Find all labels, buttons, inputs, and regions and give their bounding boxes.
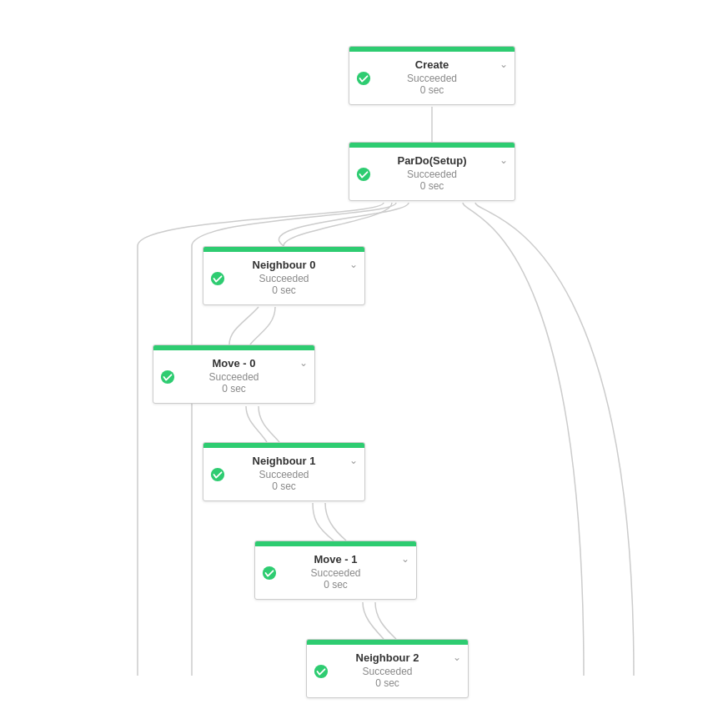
node-status-neighbour0: Succeeded bbox=[227, 273, 341, 284]
chevron-icon-pardo[interactable]: ⌄ bbox=[500, 154, 508, 166]
node-title-neighbour0: Neighbour 0 bbox=[227, 259, 341, 271]
pipeline-canvas: ⌄ Create Succeeded 0 sec ⌄ ParDo(Setup) … bbox=[0, 0, 728, 714]
pipeline-connections bbox=[0, 0, 728, 714]
node-title-neighbour2: Neighbour 2 bbox=[330, 651, 444, 664]
node-move0[interactable]: ⌄ Move - 0 Succeeded 0 sec bbox=[153, 344, 315, 404]
node-move1[interactable]: ⌄ Move - 1 Succeeded 0 sec bbox=[254, 541, 417, 600]
check-icon-create bbox=[356, 71, 371, 86]
node-neighbour1[interactable]: ⌄ Neighbour 1 Succeeded 0 sec bbox=[203, 442, 365, 501]
node-status-pardo: Succeeded bbox=[373, 168, 491, 180]
node-title-pardo: ParDo(Setup) bbox=[373, 154, 491, 167]
svg-point-0 bbox=[357, 71, 370, 84]
check-icon-neighbour0 bbox=[210, 271, 225, 286]
check-icon-move1 bbox=[262, 566, 277, 581]
node-time-move1: 0 sec bbox=[279, 579, 393, 591]
node-neighbour2[interactable]: ⌄ Neighbour 2 Succeeded 0 sec bbox=[306, 639, 469, 698]
chevron-icon-move1[interactable]: ⌄ bbox=[401, 553, 409, 565]
node-time-pardo: 0 sec bbox=[373, 180, 491, 192]
chevron-icon-neighbour2[interactable]: ⌄ bbox=[453, 651, 461, 663]
svg-point-1 bbox=[357, 167, 370, 180]
check-icon-move0 bbox=[160, 370, 175, 385]
node-time-neighbour1: 0 sec bbox=[227, 480, 341, 492]
check-icon-pardo bbox=[356, 167, 371, 182]
svg-point-5 bbox=[263, 566, 276, 579]
chevron-icon-move0[interactable]: ⌄ bbox=[299, 357, 308, 369]
chevron-icon-create[interactable]: ⌄ bbox=[500, 58, 508, 70]
node-create[interactable]: ⌄ Create Succeeded 0 sec bbox=[349, 46, 515, 105]
node-status-move1: Succeeded bbox=[279, 567, 393, 579]
chevron-icon-neighbour0[interactable]: ⌄ bbox=[349, 259, 358, 270]
node-time-neighbour2: 0 sec bbox=[330, 677, 444, 689]
node-status-neighbour1: Succeeded bbox=[227, 469, 341, 480]
svg-point-3 bbox=[161, 370, 174, 383]
chevron-icon-neighbour1[interactable]: ⌄ bbox=[349, 455, 358, 466]
svg-point-6 bbox=[314, 664, 328, 677]
node-neighbour0[interactable]: ⌄ Neighbour 0 Succeeded 0 sec bbox=[203, 246, 365, 305]
node-title-create: Create bbox=[373, 58, 491, 71]
check-icon-neighbour2 bbox=[314, 664, 329, 679]
svg-point-2 bbox=[211, 271, 224, 284]
node-time-neighbour0: 0 sec bbox=[227, 284, 341, 296]
node-status-create: Succeeded bbox=[373, 73, 491, 84]
node-status-neighbour2: Succeeded bbox=[330, 666, 444, 677]
svg-point-4 bbox=[211, 467, 224, 480]
check-icon-neighbour1 bbox=[210, 467, 225, 482]
node-time-create: 0 sec bbox=[373, 84, 491, 96]
node-time-move0: 0 sec bbox=[177, 383, 291, 395]
node-title-move0: Move - 0 bbox=[177, 357, 291, 370]
node-title-neighbour1: Neighbour 1 bbox=[227, 455, 341, 467]
node-pardo[interactable]: ⌄ ParDo(Setup) Succeeded 0 sec bbox=[349, 142, 515, 201]
node-status-move0: Succeeded bbox=[177, 371, 291, 383]
node-title-move1: Move - 1 bbox=[279, 553, 393, 566]
